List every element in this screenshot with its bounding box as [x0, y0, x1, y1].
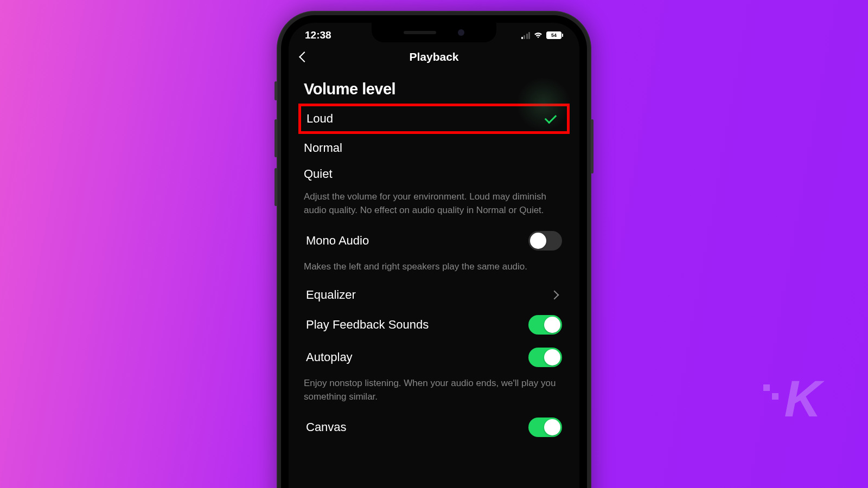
mono-audio-label: Mono Audio: [306, 234, 369, 248]
volume-option-label: Quiet: [304, 167, 333, 181]
canvas-row: Canvas: [302, 411, 566, 444]
cellular-signal-icon: [521, 32, 531, 39]
volume-option-normal[interactable]: Normal: [302, 135, 566, 161]
play-feedback-row: Play Feedback Sounds: [302, 309, 566, 341]
autoplay-label: Autoplay: [306, 350, 353, 364]
autoplay-row: Autoplay: [302, 341, 566, 374]
volume-down-button: [275, 168, 277, 206]
canvas-label: Canvas: [306, 420, 347, 434]
chevron-right-icon: [550, 290, 559, 299]
mute-switch: [275, 81, 277, 100]
watermark-logo: K: [784, 369, 819, 428]
equalizer-row[interactable]: Equalizer: [302, 281, 566, 309]
autoplay-toggle[interactable]: [528, 348, 562, 367]
notch: [372, 23, 496, 42]
phone-frame: 12:38 54 Playback: [277, 11, 591, 488]
toggle-knob: [530, 233, 546, 249]
mono-audio-row: Mono Audio: [302, 224, 566, 257]
content: Volume level Loud Normal Quiet Adjust th…: [289, 70, 579, 446]
back-button[interactable]: [299, 52, 310, 62]
mono-audio-description: Makes the left and right speakers play t…: [304, 260, 564, 274]
screen: 12:38 54 Playback: [289, 23, 579, 488]
volume-option-label: Loud: [307, 112, 333, 126]
front-camera: [458, 29, 464, 36]
play-feedback-toggle[interactable]: [528, 315, 562, 335]
volume-option-quiet[interactable]: Quiet: [302, 161, 566, 187]
toggle-knob: [544, 349, 560, 365]
page-title: Playback: [409, 50, 458, 63]
checkmark-icon: [545, 111, 557, 124]
phone-inner: 12:38 54 Playback: [281, 15, 587, 488]
toggle-knob: [544, 419, 560, 435]
play-feedback-label: Play Feedback Sounds: [306, 318, 429, 332]
volume-description: Adjust the volume for your environment. …: [304, 190, 564, 217]
autoplay-description: Enjoy nonstop listening. When your audio…: [304, 377, 564, 403]
nav-header: Playback: [289, 46, 579, 70]
power-button: [591, 119, 593, 174]
canvas-toggle[interactable]: [528, 418, 562, 437]
status-time: 12:38: [305, 29, 331, 41]
status-right: 54: [521, 31, 564, 39]
battery-icon: 54: [546, 31, 563, 39]
volume-up-button: [275, 119, 277, 157]
toggle-knob: [544, 317, 560, 333]
wifi-icon: [533, 31, 543, 39]
equalizer-label: Equalizer: [306, 288, 356, 302]
volume-section-title: Volume level: [304, 80, 564, 98]
speaker: [404, 31, 436, 34]
mono-audio-toggle[interactable]: [528, 231, 562, 251]
volume-option-loud[interactable]: Loud: [298, 104, 570, 134]
volume-option-label: Normal: [304, 141, 342, 155]
